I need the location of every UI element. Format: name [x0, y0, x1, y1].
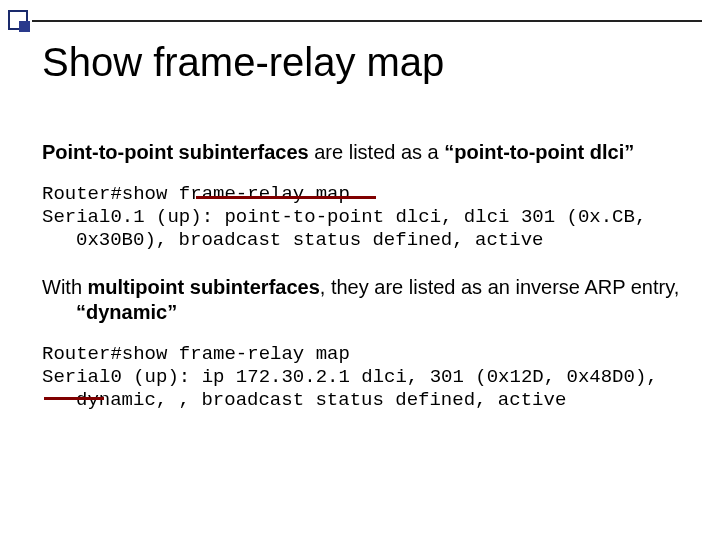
- slide-title: Show frame-relay map: [42, 40, 444, 85]
- code2-line1: Router#show frame-relay map: [42, 343, 682, 366]
- code1-line2: Serial0.1 (up): point-to-point dlci, dlc…: [42, 206, 682, 252]
- decor-top-rule: [32, 20, 702, 22]
- code-block-1: Router#show frame-relay map Serial0.1 (u…: [42, 183, 682, 253]
- annotation-underline-1: [196, 196, 376, 199]
- slide-body: Point-to-point subinterfaces are listed …: [42, 140, 682, 430]
- annotation-underline-2: [44, 397, 104, 400]
- ptp-bold-2: “point-to-point dlci”: [444, 141, 634, 163]
- mp-mid: , they are listed as an inverse ARP entr…: [320, 276, 679, 298]
- paragraph-ptp: Point-to-point subinterfaces are listed …: [42, 140, 682, 165]
- slide: Show frame-relay map Point-to-point subi…: [0, 0, 720, 540]
- decor-square-fill: [19, 21, 30, 32]
- ptp-bold-1: Point-to-point subinterfaces: [42, 141, 309, 163]
- mp-post: “dynamic”: [76, 301, 177, 323]
- code2-line2: Serial0 (up): ip 172.30.2.1 dlci, 301 (0…: [42, 366, 682, 412]
- mp-pre: With: [42, 276, 88, 298]
- code1-line1: Router#show frame-relay map: [42, 183, 682, 206]
- mp-bold: multipoint subinterfaces: [88, 276, 320, 298]
- code-block-2: Router#show frame-relay map Serial0 (up)…: [42, 343, 682, 413]
- ptp-text: are listed as a: [309, 141, 445, 163]
- paragraph-multipoint: With multipoint subinterfaces, they are …: [42, 275, 682, 325]
